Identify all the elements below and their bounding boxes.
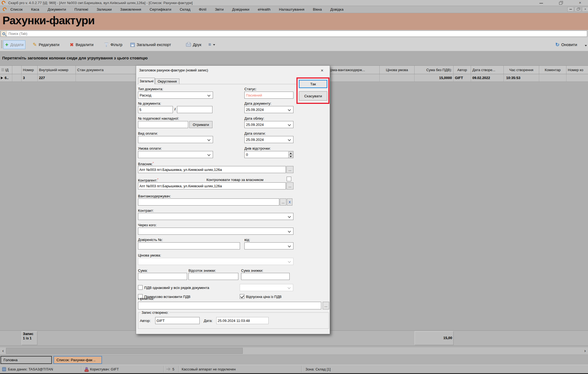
payment-term-combo[interactable] [138, 151, 213, 158]
mdi-close-icon[interactable]: × [582, 7, 588, 12]
consignee-input[interactable] [138, 198, 279, 206]
spin-up-icon[interactable] [288, 152, 293, 155]
column-header-author[interactable]: Автор [454, 66, 471, 74]
horizontal-scrollbar[interactable]: ‹ › [0, 347, 588, 354]
sum-input[interactable] [138, 273, 187, 280]
doc-type-combo[interactable]: Расход [138, 92, 213, 99]
tab-general[interactable]: Загальні [138, 78, 155, 84]
note-input[interactable] [138, 302, 321, 309]
price-condition-combo[interactable] [138, 258, 293, 265]
edit-button[interactable]: ✎ Редагувати [31, 40, 61, 49]
scroll-left-icon[interactable]: ‹ [0, 347, 6, 354]
spin-down-icon[interactable] [288, 155, 293, 158]
consignee-clear-button[interactable]: X [287, 198, 292, 206]
menu-zamovlennia[interactable]: Замовлення [120, 6, 142, 13]
column-header-date-created[interactable]: Дата створе... [471, 66, 504, 74]
cell-consignee[interactable] [322, 74, 380, 82]
mdi-restore-icon[interactable] [575, 7, 581, 12]
proxy-number-input[interactable] [138, 242, 240, 249]
menu-dovidnyky[interactable]: Довідники [232, 6, 250, 13]
account-date-combo[interactable]: 25.09.2024 [244, 121, 293, 128]
menu-sertyfikaty[interactable]: Сертифікати [149, 6, 172, 13]
menu-platezhi[interactable]: Платежі [74, 6, 89, 13]
cell-doc-state[interactable] [76, 74, 136, 82]
owner-lookup-button[interactable]: ... [286, 166, 293, 173]
tax-invoice-input[interactable] [138, 121, 188, 128]
created-date-input[interactable] [216, 317, 269, 324]
search-box[interactable] [1, 31, 587, 37]
menu-vikna[interactable]: Вікна [312, 6, 322, 13]
consignee-lookup-button[interactable]: ... [280, 198, 286, 206]
add-button[interactable]: + Додати [3, 40, 25, 49]
column-header-comment[interactable]: Коментар [539, 66, 566, 74]
column-header-doc-state[interactable]: Стан документа [76, 66, 136, 74]
mdi-minimize-icon[interactable] [567, 7, 574, 12]
tab-rounding[interactable]: Округлення [155, 79, 179, 84]
cell-price-condition[interactable] [380, 74, 415, 82]
toolbar-grip[interactable] [1, 41, 2, 48]
column-header-price-condition[interactable]: Цінова умова [380, 66, 415, 74]
doc-number-suffix-input[interactable] [177, 106, 212, 113]
contract-combo[interactable] [138, 213, 293, 220]
close-icon[interactable]: × [578, 1, 583, 5]
note-lookup-button[interactable]: ... [323, 302, 329, 309]
column-header-sum-no-vat[interactable]: Сума без ПДВ): [415, 66, 454, 74]
menu-filii[interactable]: Філії [198, 6, 207, 13]
column-header-number[interactable]: Номер [22, 66, 38, 74]
tab-invoice-list[interactable]: Список: Рахунки-фак .. [53, 356, 102, 364]
filter-button[interactable]: Фільтр [103, 40, 124, 49]
cell-id[interactable]: 6.. [0, 74, 12, 82]
payment-date-combo[interactable]: 25.09.2024 [244, 136, 293, 143]
column-header-number-k[interactable]: Номер ко [566, 66, 588, 74]
menu-dovidka[interactable]: Довідка [330, 6, 344, 13]
vat-rate-combo[interactable] [240, 284, 293, 291]
cell-comment[interactable] [539, 74, 566, 82]
minimize-icon[interactable] [539, 3, 543, 4]
cell-sum-no-vat[interactable]: 15,0000 [415, 74, 454, 82]
via-whom-combo[interactable] [138, 228, 293, 235]
column-header-empty[interactable] [12, 66, 22, 74]
author-input[interactable] [155, 317, 200, 324]
price-with-vat-checkbox[interactable] [240, 294, 244, 299]
owner-input[interactable] [138, 166, 286, 173]
menu-ehealth[interactable]: eHealth [257, 6, 271, 13]
column-header-consignee[interactable]: рма-вантажоодерж... [322, 66, 380, 74]
cell-number-k[interactable] [566, 74, 588, 82]
export-button[interactable]: Загальний експорт [129, 40, 173, 49]
payment-kind-combo[interactable] [138, 136, 213, 143]
cell-internal-number[interactable]: 227 [38, 74, 76, 82]
tab-home[interactable]: Головна [1, 356, 52, 364]
menu-kasa[interactable]: Каса [31, 6, 40, 13]
menu-zalyshky[interactable]: Залишки [96, 6, 112, 13]
get-button[interactable]: Отримати [189, 121, 212, 128]
column-header-internal-number[interactable]: Внутрішній номер [38, 66, 76, 74]
cell-number[interactable]: 3 [22, 74, 38, 82]
print-button[interactable]: Друк [184, 40, 203, 49]
menu-zvity[interactable]: Звіти [214, 6, 224, 13]
refresh-chevron-down-icon[interactable] [585, 45, 587, 46]
cell-empty[interactable] [12, 74, 22, 82]
menu-nalashtuvannia[interactable]: Налаштування [278, 6, 305, 13]
column-header-time-created[interactable]: Час створення [504, 66, 539, 74]
maximize-icon[interactable] [559, 2, 562, 5]
doc-date-combo[interactable]: 25.09.2024 [244, 106, 293, 113]
control-by-owner-checkbox[interactable] [287, 177, 291, 181]
scrollbar-thumb[interactable] [6, 348, 243, 354]
scroll-right-icon[interactable]: › [582, 347, 588, 354]
delete-button[interactable]: ✖ Видалити [68, 40, 95, 49]
dialog-close-icon[interactable]: × [319, 68, 325, 73]
menu-sklad[interactable]: Склад [179, 6, 191, 13]
defer-days-stepper[interactable]: 0 [244, 151, 293, 158]
menu-dokumenty[interactable]: Документи [47, 6, 67, 13]
proxy-from-combo[interactable] [244, 242, 293, 249]
discount-percent-input[interactable] [188, 273, 238, 280]
refresh-button[interactable]: ↻ Оновити [554, 40, 579, 49]
column-header-id[interactable]: ІД [0, 66, 12, 74]
cell-author[interactable]: GIFT [454, 74, 471, 82]
menu-spysok[interactable]: Список [10, 6, 23, 13]
doc-number-input[interactable] [138, 106, 173, 113]
contractor-input[interactable] [138, 182, 286, 189]
vat-same-checkbox[interactable] [138, 285, 143, 290]
column-list-button[interactable]: ≡ [207, 40, 217, 49]
discount-sum-input[interactable] [241, 273, 290, 280]
